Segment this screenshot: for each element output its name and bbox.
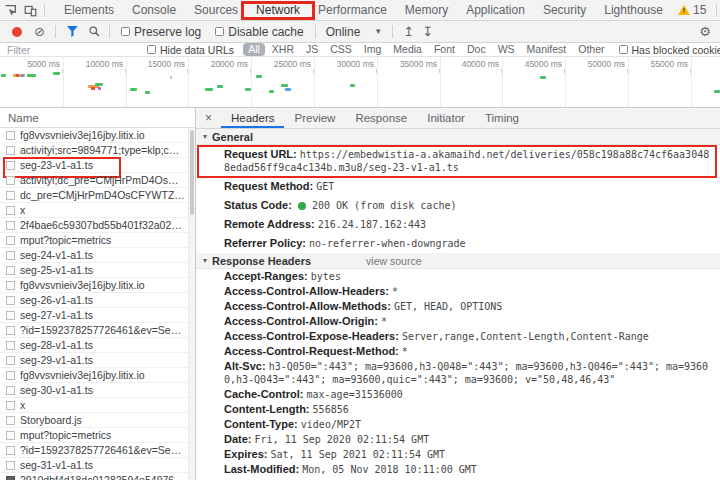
export-har-icon[interactable]: ↧ bbox=[422, 24, 433, 39]
table-row[interactable]: seg-28-v1-a1.ts bbox=[0, 338, 195, 353]
disable-cache-checkbox[interactable]: Disable cache bbox=[215, 25, 303, 39]
header-key-value: Access-Control-Request-Method: * bbox=[196, 344, 720, 359]
header-key-value: Date: Fri, 11 Sep 2020 02:11:54 GMT bbox=[196, 432, 720, 447]
resource-type-chip[interactable]: All bbox=[243, 43, 265, 56]
devtools-tab[interactable]: Application bbox=[457, 0, 534, 20]
table-row[interactable]: mput?topic=metrics bbox=[0, 233, 195, 248]
details-tab-label: Preview bbox=[294, 112, 335, 124]
resource-type-chip[interactable]: JS bbox=[301, 43, 323, 56]
resource-type-chip[interactable]: WS bbox=[493, 43, 520, 56]
disable-cache-label: Disable cache bbox=[228, 25, 303, 39]
resource-type-chip[interactable]: Media bbox=[388, 43, 427, 56]
table-row[interactable]: seg-31-v1-a1.ts bbox=[0, 458, 195, 473]
general-section-header[interactable]: ▾ General bbox=[196, 129, 720, 145]
table-row[interactable]: mput?topic=metrics bbox=[0, 428, 195, 443]
table-row[interactable]: activityi;src=9894771;type=klp;cat=entir… bbox=[0, 143, 195, 158]
devtools-tab[interactable]: Console bbox=[123, 0, 185, 20]
inspect-element-icon[interactable] bbox=[0, 0, 20, 20]
file-icon bbox=[6, 176, 15, 185]
devtools-tab[interactable]: Elements bbox=[55, 0, 123, 20]
headers-body: ▾ General Request URL: https://embedwist… bbox=[196, 129, 720, 480]
resource-type-chip[interactable]: Doc bbox=[462, 43, 491, 56]
response-headers-section-header[interactable]: ▾ Response Headers view source bbox=[196, 253, 720, 269]
table-row[interactable]: seg-24-v1-a1.ts bbox=[0, 248, 195, 263]
details-tab-label: Timing bbox=[485, 112, 519, 124]
devtools-tab[interactable]: Security bbox=[534, 0, 595, 20]
request-details-panel: × Headers Preview Response bbox=[196, 108, 720, 480]
clear-log-icon[interactable]: ⊘ bbox=[28, 24, 51, 39]
table-row[interactable]: seg-29-v1-a1.ts bbox=[0, 353, 195, 368]
table-row[interactable]: seg-25-v1-a1.ts bbox=[0, 263, 195, 278]
table-row[interactable]: ?id=1592378257726461&ev=SecondsWatched..… bbox=[0, 443, 195, 458]
close-details-icon[interactable]: × bbox=[196, 111, 221, 125]
search-icon[interactable] bbox=[85, 21, 105, 42]
table-row[interactable]: seg-30-v1-a1.ts bbox=[0, 383, 195, 398]
name-column-header[interactable]: Name bbox=[0, 108, 195, 128]
devtools-tab[interactable]: Sources bbox=[185, 0, 247, 20]
request-name: 2f4bae6c59307bd55b401f32a02349e9ec2cd5d.… bbox=[20, 219, 195, 231]
preserve-log-checkbox[interactable]: Preserve log bbox=[121, 25, 201, 39]
request-name: seg-25-v1-a1.ts bbox=[20, 264, 103, 276]
header-key: Access-Control-Allow-Methods: bbox=[224, 300, 391, 312]
table-row[interactable]: 2910dbf4d18dc01282594e549769abfced3066f.… bbox=[0, 473, 195, 480]
hide-data-urls-checkbox[interactable]: Hide data URLs bbox=[147, 44, 234, 56]
table-row[interactable]: ?id=1592378257726461&ev=SecondsWatched..… bbox=[0, 323, 195, 338]
scrollbar-thumb[interactable] bbox=[190, 130, 194, 215]
table-row[interactable]: Storyboard.js bbox=[0, 413, 195, 428]
timeline-gridline bbox=[314, 57, 315, 107]
network-settings-gear-icon[interactable]: ⚙ bbox=[694, 24, 716, 39]
throttling-dropdown[interactable]: Online ▼ bbox=[326, 25, 383, 39]
header-key-value: Access-Control-Expose-Headers: Server,ra… bbox=[196, 329, 720, 344]
table-row[interactable]: dc_pre=CMjHrPmD4OsCFYWTZAod384GgA;src... bbox=[0, 188, 195, 203]
header-key: Access-Control-Expose-Headers: bbox=[224, 330, 399, 342]
resource-type-chip[interactable]: Other bbox=[573, 43, 609, 56]
table-row[interactable]: fg8vvsvnieiv3ej16jby.litix.io bbox=[0, 368, 195, 383]
filter-bar: Hide data URLs All XHR JS CSS bbox=[0, 43, 720, 57]
header-key: Request Method: bbox=[224, 180, 313, 192]
details-tab[interactable]: Preview bbox=[284, 108, 345, 128]
devtools-tabs: Elements Console Sources Network Perform… bbox=[55, 0, 672, 20]
view-source-link[interactable]: view source bbox=[366, 255, 421, 267]
details-tab[interactable]: Timing bbox=[475, 108, 529, 128]
table-row[interactable]: fg8vvsvnieiv3ej16jby.litix.io bbox=[0, 128, 195, 143]
divider bbox=[109, 25, 110, 38]
device-toolbar-icon[interactable] bbox=[20, 0, 40, 20]
details-tab[interactable]: Headers bbox=[221, 108, 284, 128]
waterfall-bar bbox=[714, 90, 720, 93]
devtools-tab[interactable]: Lighthouse bbox=[595, 0, 672, 20]
header-value: * bbox=[402, 346, 408, 357]
resource-type-chip[interactable]: Font bbox=[429, 43, 460, 56]
table-row[interactable]: seg-27-v1-a1.ts bbox=[0, 308, 195, 323]
header-key-value: Request URL: https://embedwistia-a.akama… bbox=[196, 145, 720, 177]
general-section: Request URL: https://embedwistia-a.akama… bbox=[196, 145, 720, 253]
table-row[interactable]: x bbox=[0, 203, 195, 218]
table-row[interactable]: activityi;dc_pre=CMjHrPmD4OsCFYWTZAod38.… bbox=[0, 173, 195, 188]
filter-funnel-icon[interactable] bbox=[67, 26, 78, 37]
devtools-tab[interactable]: Network bbox=[247, 0, 309, 20]
file-icon bbox=[6, 431, 15, 440]
record-network-log-button[interactable] bbox=[12, 27, 22, 37]
header-value: 556856 bbox=[313, 404, 349, 415]
devtools-tab[interactable]: Memory bbox=[396, 0, 457, 20]
table-row[interactable]: x bbox=[0, 398, 195, 413]
resource-type-chip[interactable]: XHR bbox=[267, 43, 299, 56]
table-row[interactable]: seg-23-v1-a1.ts bbox=[0, 158, 195, 173]
response-headers-section: Accept-Ranges: bytes Access-Control-Allo… bbox=[196, 269, 720, 477]
has-blocked-cookies-checkbox[interactable]: Has blocked cookies bbox=[619, 44, 720, 56]
request-name: fg8vvsvnieiv3ej16jby.litix.io bbox=[20, 129, 155, 141]
resource-type-chip[interactable]: CSS bbox=[325, 43, 357, 56]
resource-type-chip[interactable]: Manifest bbox=[522, 43, 572, 56]
filter-input[interactable] bbox=[7, 44, 142, 56]
table-row[interactable]: seg-26-v1-a1.ts bbox=[0, 293, 195, 308]
table-row[interactable]: 2f4bae6c59307bd55b401f32a02349e9ec2cd5d.… bbox=[0, 218, 195, 233]
request-name: ?id=1592378257726461&ev=SecondsWatched..… bbox=[20, 444, 195, 456]
console-warnings-badge[interactable]: 15 bbox=[672, 3, 712, 17]
details-tab[interactable]: Response bbox=[345, 108, 417, 128]
requests-scrollbar[interactable] bbox=[188, 128, 195, 480]
resource-type-chip[interactable]: Img bbox=[359, 43, 387, 56]
import-har-icon[interactable]: ↥ bbox=[403, 24, 414, 39]
devtools-tab[interactable]: Performance bbox=[309, 0, 396, 20]
details-tab[interactable]: Initiator bbox=[417, 108, 475, 128]
overview-graph[interactable]: 5000 ms10000 ms15000 ms20000 ms25000 ms3… bbox=[0, 57, 720, 108]
table-row[interactable]: fg8vvsvnieiv3ej16jby.litix.io bbox=[0, 278, 195, 293]
